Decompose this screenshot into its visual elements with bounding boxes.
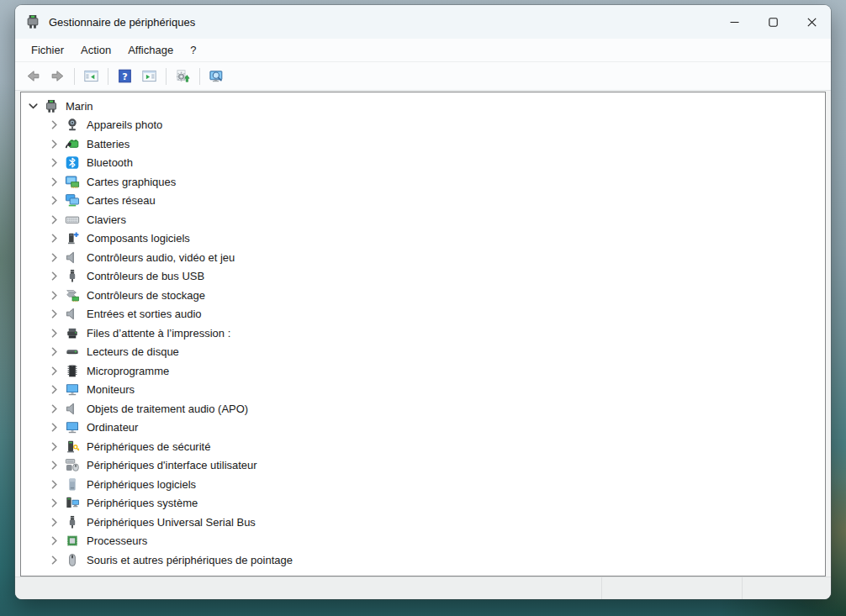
tree-item-label: Processeurs bbox=[84, 534, 150, 548]
hid-devices-icon bbox=[65, 458, 80, 472]
chevron-right-icon[interactable] bbox=[48, 345, 61, 358]
chevron-right-icon[interactable] bbox=[48, 478, 61, 491]
chevron-right-icon[interactable] bbox=[48, 270, 61, 282]
tree-item-controleurs-de-bus-usb[interactable]: Contrôleurs de bus USB bbox=[21, 267, 825, 287]
minimize-button[interactable] bbox=[715, 5, 753, 39]
scan-hardware-icon bbox=[209, 69, 224, 83]
tree-item-controleurs-audio-video-et-jeu[interactable]: Contrôleurs audio, vidéo et jeu bbox=[21, 248, 825, 267]
chevron-right-icon[interactable] bbox=[48, 289, 61, 302]
tree-item-peripheriques-d-interface-utilisateur[interactable]: Périphériques d'interface utilisateur bbox=[21, 456, 825, 476]
tree-item-peripheriques-systeme[interactable]: Périphériques système bbox=[21, 494, 825, 513]
chevron-right-icon[interactable] bbox=[48, 138, 61, 150]
window-title: Gestionnaire de périphériques bbox=[49, 16, 195, 29]
tree-item-peripheriques-logiciels[interactable]: Périphériques logiciels bbox=[21, 475, 825, 494]
show-action-pane-button[interactable] bbox=[138, 66, 161, 87]
device-manager-icon bbox=[44, 99, 59, 113]
chevron-right-icon[interactable] bbox=[48, 156, 61, 169]
chevron-right-icon[interactable] bbox=[48, 327, 61, 340]
chevron-right-icon[interactable] bbox=[48, 213, 61, 226]
statusbar-section bbox=[742, 577, 831, 599]
chevron-right-icon[interactable] bbox=[48, 554, 61, 566]
tree-item-ordinateur[interactable]: Ordinateur bbox=[21, 419, 825, 438]
tree-item-processeurs[interactable]: Processeurs bbox=[21, 532, 825, 551]
display-adapter-icon bbox=[65, 175, 80, 189]
chevron-right-icon[interactable] bbox=[48, 516, 61, 529]
device-manager-window: Gestionnaire de périphériques FichierAct… bbox=[15, 5, 831, 599]
forward-arrow-icon bbox=[50, 69, 65, 83]
tree-item-claviers[interactable]: Claviers bbox=[21, 210, 825, 229]
tree-item-label: Batteries bbox=[84, 137, 132, 151]
tree-item-label: Cartes réseau bbox=[84, 193, 158, 208]
toolbar-separator bbox=[166, 68, 167, 85]
tree-item-souris-et-autres-peripheriques-de-pointage[interactable]: Souris et autres périphériques de pointa… bbox=[21, 550, 825, 570]
monitor-icon bbox=[65, 382, 80, 397]
tree-item-marin[interactable]: Marin bbox=[21, 97, 825, 116]
status-bar bbox=[15, 577, 831, 599]
menu-bar: FichierActionAffichage? bbox=[15, 39, 831, 62]
chevron-right-icon[interactable] bbox=[48, 497, 61, 509]
tree-item-label: Lecteurs de disque bbox=[84, 345, 182, 359]
chevron-right-icon[interactable] bbox=[48, 251, 61, 264]
chevron-right-icon[interactable] bbox=[48, 383, 61, 396]
tree-item-label: Claviers bbox=[84, 213, 129, 227]
tree-item-label: Bluetooth bbox=[84, 155, 135, 170]
tree-item-objets-de-traitement-audio-apo[interactable]: Objets de traitement audio (APO) bbox=[21, 399, 825, 419]
chevron-right-icon[interactable] bbox=[48, 365, 61, 377]
help-button[interactable]: ? bbox=[114, 66, 136, 87]
chevron-right-icon[interactable] bbox=[48, 118, 61, 131]
toolbar: ? bbox=[15, 62, 831, 91]
tree-item-cartes-reseau[interactable]: Cartes réseau bbox=[21, 192, 825, 211]
chevron-right-icon[interactable] bbox=[48, 308, 61, 320]
system-device-icon bbox=[65, 496, 80, 510]
processor-chip-icon bbox=[65, 534, 80, 548]
chevron-right-icon[interactable] bbox=[48, 232, 61, 245]
scan-hardware-changes-button[interactable] bbox=[205, 66, 228, 87]
tree-item-label: Contrôleurs de stockage bbox=[84, 288, 208, 303]
tree-item-composants-logiciels[interactable]: Composants logiciels bbox=[21, 229, 825, 249]
maximize-button[interactable] bbox=[753, 5, 792, 39]
close-button[interactable] bbox=[792, 5, 831, 39]
tree-item-bluetooth[interactable]: Bluetooth bbox=[21, 154, 825, 173]
toolbar-separator bbox=[108, 68, 108, 85]
tree-item-label: Périphériques Universal Serial Bus bbox=[84, 515, 258, 529]
menu-item-action[interactable]: Action bbox=[72, 41, 119, 59]
chevron-right-icon[interactable] bbox=[48, 403, 61, 415]
tree-item-label: Entrées et sorties audio bbox=[84, 307, 204, 321]
title-bar: Gestionnaire de périphériques bbox=[15, 5, 831, 39]
tree-item-label: Ordinateur bbox=[84, 420, 140, 434]
tree-item-controleurs-de-stockage[interactable]: Contrôleurs de stockage bbox=[21, 286, 825, 305]
chevron-right-icon[interactable] bbox=[48, 459, 61, 471]
tree-item-batteries[interactable]: Batteries bbox=[21, 134, 825, 154]
chevron-right-icon[interactable] bbox=[48, 194, 61, 207]
back-arrow-icon bbox=[26, 69, 40, 83]
chevron-right-icon[interactable] bbox=[48, 534, 61, 547]
forward-button[interactable] bbox=[46, 66, 69, 87]
chevron-right-icon[interactable] bbox=[48, 440, 61, 453]
chevron-right-icon[interactable] bbox=[48, 176, 61, 188]
tree-item-files-d-attente-a-l-impression[interactable]: Files d’attente à l’impression : bbox=[21, 324, 825, 343]
chevron-right-icon[interactable] bbox=[48, 421, 61, 434]
tree-item-peripheriques-de-securite[interactable]: Périphériques de sécurité bbox=[21, 437, 825, 456]
tree-item-moniteurs[interactable]: Moniteurs bbox=[21, 381, 825, 400]
tree-item-peripheriques-universal-serial-bus[interactable]: Périphériques Universal Serial Bus bbox=[21, 513, 825, 532]
back-button[interactable] bbox=[22, 66, 45, 87]
tree-item-entrees-et-sorties-audio[interactable]: Entrées et sorties audio bbox=[21, 305, 825, 324]
tree-item-label: Contrôleurs audio, vidéo et jeu bbox=[84, 250, 237, 265]
software-component-icon bbox=[65, 231, 80, 245]
tree-item-appareils-photo[interactable]: Appareils photo bbox=[21, 116, 825, 135]
show-console-tree-button[interactable] bbox=[80, 66, 103, 87]
menu-item-affichage[interactable]: Affichage bbox=[119, 41, 182, 59]
bluetooth-icon bbox=[65, 155, 80, 170]
menu-item-help[interactable]: ? bbox=[182, 41, 204, 59]
statusbar-section bbox=[15, 577, 601, 599]
update-driver-button[interactable] bbox=[172, 66, 194, 87]
tree-item-lecteurs-de-disque[interactable]: Lecteurs de disque bbox=[21, 343, 825, 362]
tree-item-microprogramme[interactable]: Microprogramme bbox=[21, 361, 825, 381]
mouse-icon bbox=[65, 553, 80, 567]
tree-item-cartes-graphiques[interactable]: Cartes graphiques bbox=[21, 172, 825, 192]
battery-icon bbox=[65, 137, 80, 151]
speaker-icon bbox=[65, 307, 80, 321]
chevron-down-icon[interactable] bbox=[27, 100, 40, 113]
tree-item-label: Périphériques de sécurité bbox=[84, 440, 213, 454]
menu-item-fichier[interactable]: Fichier bbox=[23, 41, 72, 59]
